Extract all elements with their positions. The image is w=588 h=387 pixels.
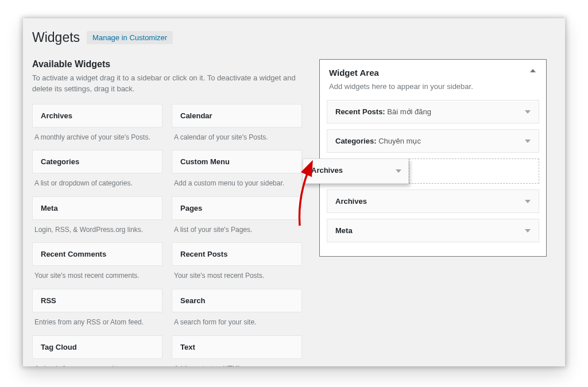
widget-cell: CategoriesA list or dropdown of categori… <box>32 150 163 196</box>
widget-area-item-value: Chuyên mục <box>378 137 421 145</box>
widgets-admin-panel: Widgets Manage in Customizer Available W… <box>23 18 565 366</box>
available-widget-title: Recent Posts <box>180 250 293 258</box>
widget-cell: SearchA search form for your site. <box>172 289 302 335</box>
widget-area-item-label: Meta <box>335 226 353 235</box>
available-widget-title: RSS <box>41 296 154 305</box>
available-widget-desc: Your site's most recent Posts. <box>172 266 302 289</box>
widget-cell: TextArbitrary text or HTML. <box>172 335 302 366</box>
chevron-down-icon <box>525 140 531 143</box>
available-widget-title: Archives <box>41 111 154 120</box>
chevron-down-icon <box>525 110 531 114</box>
widget-cell: Tag CloudA cloud of your most used tags. <box>32 335 163 366</box>
dragging-widget[interactable]: Archives <box>303 158 409 184</box>
available-widget-title: Meta <box>41 204 154 212</box>
available-widgets-column: Available Widgets To activate a widget d… <box>32 59 302 366</box>
available-widget-desc: A list of your site's Pages. <box>172 220 302 243</box>
widget-drop-placeholder[interactable] <box>409 158 539 184</box>
widget-cell: Recent CommentsYour site's most recent c… <box>32 242 163 289</box>
widget-area-item[interactable]: Archives <box>327 189 539 213</box>
widget-area-item[interactable]: Meta <box>327 219 539 242</box>
chevron-up-icon <box>530 69 536 72</box>
available-widget-desc: A search form for your site. <box>172 312 302 335</box>
widget-area-title: Widget Area <box>329 68 537 78</box>
available-widget[interactable]: Search <box>172 289 302 312</box>
available-widget-desc: A calendar of your site's Posts. <box>172 127 302 150</box>
available-widget-desc: Arbitrary text or HTML. <box>172 359 302 366</box>
chevron-down-icon <box>525 229 531 233</box>
widget-cell: MetaLogin, RSS, & WordPress.org links. <box>32 196 163 243</box>
available-widget-title: Categories <box>41 157 154 166</box>
available-widgets-title: Available Widgets <box>32 59 302 69</box>
available-widget[interactable]: Pages <box>172 196 302 220</box>
available-widgets-desc: To activate a widget drag it to a sideba… <box>32 73 302 95</box>
available-widget-title: Text <box>180 343 293 351</box>
available-widget[interactable]: Recent Posts <box>172 242 302 266</box>
widget-cell: RSSEntries from any RSS or Atom feed. <box>32 289 163 335</box>
available-widget[interactable]: RSS <box>32 289 163 312</box>
widget-area-item[interactable]: Categories: Chuyên mục <box>327 129 539 153</box>
available-widget-desc: A monthly archive of your site's Posts. <box>32 127 163 150</box>
widget-area-header[interactable]: Widget Area <box>320 60 546 82</box>
available-widget-title: Custom Menu <box>180 157 293 166</box>
widget-area-panel: Widget Area Add widgets here to appear i… <box>319 59 547 257</box>
widget-drop-row: Archives <box>327 158 539 184</box>
sidebar-column: Widget Area Add widgets here to appear i… <box>319 59 556 257</box>
available-widget[interactable]: Custom Menu <box>172 150 302 173</box>
widget-area-item-label: Recent Posts: <box>335 107 385 116</box>
available-widget[interactable]: Archives <box>32 104 163 127</box>
manage-in-customizer-button[interactable]: Manage in Customizer <box>87 31 173 44</box>
available-widget-title: Calendar <box>180 111 293 120</box>
available-widget-desc: Your site's most recent comments. <box>32 266 163 289</box>
widget-area-body[interactable]: Recent Posts: Bài mới đăngCategories: Ch… <box>320 98 546 256</box>
widget-area-item-value: Bài mới đăng <box>387 107 431 116</box>
available-widget[interactable]: Categories <box>32 150 163 173</box>
widget-area-desc: Add widgets here to appear in your sideb… <box>320 82 546 98</box>
available-widget[interactable]: Tag Cloud <box>32 335 163 359</box>
widget-cell: Recent PostsYour site's most recent Post… <box>172 242 302 289</box>
available-widget-desc: Login, RSS, & WordPress.org links. <box>32 220 163 243</box>
widget-area-item-label: Archives <box>335 197 367 206</box>
chevron-down-icon <box>396 169 401 173</box>
page-header: Widgets Manage in Customizer <box>32 30 556 45</box>
available-widget-desc: Add a custom menu to your sidebar. <box>172 173 302 196</box>
available-widget-desc: A list or dropdown of categories. <box>32 173 163 196</box>
available-widgets-grid: ArchivesA monthly archive of your site's… <box>32 104 302 366</box>
dragging-widget-title: Archives <box>311 166 343 175</box>
available-widget[interactable]: Calendar <box>172 104 302 127</box>
available-widget[interactable]: Meta <box>32 196 163 220</box>
available-widget-title: Search <box>180 296 293 305</box>
available-widget-title: Recent Comments <box>41 250 154 258</box>
available-widget-desc: Entries from any RSS or Atom feed. <box>32 312 163 335</box>
available-widget-title: Pages <box>180 204 293 212</box>
widget-area-item-label: Categories: <box>335 137 377 145</box>
available-widget[interactable]: Text <box>172 335 302 359</box>
page-title: Widgets <box>32 30 80 45</box>
available-widget[interactable]: Recent Comments <box>32 242 163 266</box>
chevron-down-icon <box>525 200 531 203</box>
widget-cell: PagesA list of your site's Pages. <box>172 196 302 243</box>
available-widget-title: Tag Cloud <box>41 343 154 351</box>
widget-cell: ArchivesA monthly archive of your site's… <box>32 104 163 150</box>
available-widget-desc: A cloud of your most used tags. <box>32 359 163 366</box>
widget-cell: Custom MenuAdd a custom menu to your sid… <box>172 150 302 196</box>
widget-cell: CalendarA calendar of your site's Posts. <box>172 104 302 150</box>
widget-area-item[interactable]: Recent Posts: Bài mới đăng <box>327 100 539 123</box>
